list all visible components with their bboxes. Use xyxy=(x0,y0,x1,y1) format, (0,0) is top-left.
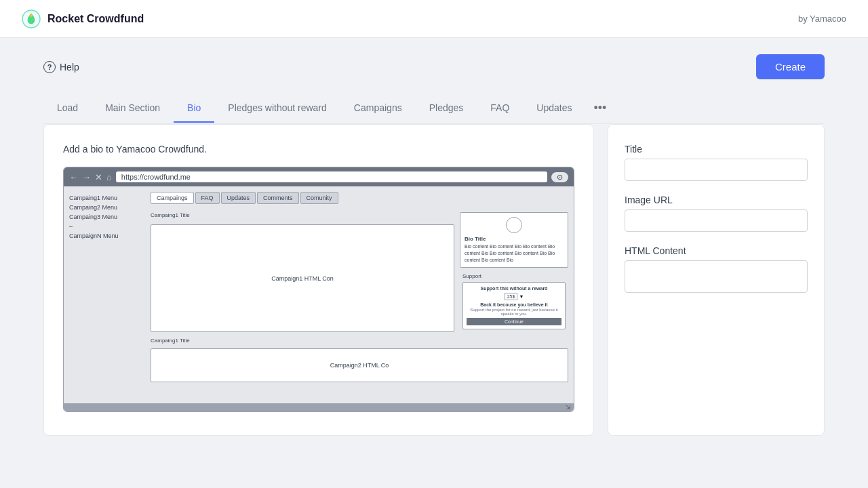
browser-sidebar-item: Campaing2 Menu xyxy=(69,203,140,212)
browser-resize-icon: ⇲ xyxy=(566,404,571,411)
browser-support-header: Support this without a reward xyxy=(467,286,561,291)
form-group-image-url: Image URL xyxy=(625,195,808,232)
browser-back-btn[interactable]: ← xyxy=(69,172,78,182)
brand: Rocket Crowdfund xyxy=(22,9,144,28)
tab-bio[interactable]: Bio xyxy=(174,94,214,123)
browser-support-label: Support xyxy=(462,273,566,279)
browser-content-row-2: Campaing1 Title Campaign2 HTML Co xyxy=(151,338,568,382)
top-nav: Rocket Crowdfund by Yamacoo xyxy=(0,0,868,38)
tab-pledges[interactable]: Pledges xyxy=(416,94,477,123)
browser-forward-btn[interactable]: → xyxy=(82,172,91,182)
right-panel: Title Image URL HTML Content xyxy=(608,124,825,436)
browser-campaign1-title: Campaing1 Title xyxy=(151,212,454,218)
image-url-label: Image URL xyxy=(625,195,808,205)
browser-inner-tab-comunity[interactable]: Comunity xyxy=(300,192,338,204)
browser-campaign2-section: Campaing1 Title Campaign2 HTML Co xyxy=(151,338,568,382)
browser-bar: ← → ✕ ⌂ ⊙ xyxy=(64,167,574,186)
browser-sidebar-item: Campaing3 Menu xyxy=(69,212,140,222)
browser-sidebar-item: CampaignN Menu xyxy=(69,231,140,241)
browser-inner-tab-campaigns[interactable]: Campaings xyxy=(151,192,194,204)
app-title: Rocket Crowdfund xyxy=(47,13,144,25)
svg-point-1 xyxy=(30,14,33,17)
html-content-input[interactable] xyxy=(625,260,808,293)
help-icon: ? xyxy=(43,61,56,73)
form-group-title: Title xyxy=(625,144,808,181)
help-row: ? Help Create xyxy=(43,54,825,79)
browser-bio-title: Bio Title xyxy=(465,236,564,242)
browser-sidebar-item: Campaing1 Menu xyxy=(69,193,140,203)
html-content-label: HTML Content xyxy=(625,245,808,256)
browser-sidebar: Campaing1 Menu Campaing2 Menu Campaing3 … xyxy=(64,186,145,403)
browser-body: Campaing1 Menu Campaing2 Menu Campaing3 … xyxy=(64,186,574,403)
browser-support-select-row: 25$ ▼ xyxy=(467,293,561,300)
panels: Add a bio to Yamacoo Crowdfund. ← → ✕ ⌂ … xyxy=(43,124,825,436)
tab-updates[interactable]: Updates xyxy=(523,94,585,123)
browser-inner-tab-updates[interactable]: Updates xyxy=(221,192,256,204)
tabs-more[interactable]: ••• xyxy=(585,93,614,123)
browser-bio-box: Bio Title Bio content Bio content Bio Bi… xyxy=(460,212,568,268)
browser-campaign2-title: Campaing1 Title xyxy=(151,338,568,344)
browser-left-content: Campaing1 Title Campaign1 HTML Con xyxy=(151,212,454,332)
title-input[interactable] xyxy=(625,159,808,181)
browser-resize-bar: ⇲ xyxy=(64,403,574,411)
by-label: by Yamacoo xyxy=(798,14,846,24)
browser-campaign2-html: Campaign2 HTML Co xyxy=(151,348,568,382)
browser-search-btn[interactable]: ⊙ xyxy=(551,172,568,182)
browser-home-btn[interactable]: ⌂ xyxy=(106,172,112,182)
tabs-bar: Load Main Section Bio Pledges without re… xyxy=(43,93,825,124)
logo-icon xyxy=(22,9,41,28)
help-link[interactable]: ? Help xyxy=(43,61,79,73)
browser-support-dropdown-icon: ▼ xyxy=(519,294,524,299)
left-panel: Add a bio to Yamacoo Crowdfund. ← → ✕ ⌂ … xyxy=(43,124,594,436)
browser-campaign1-html: Campaign1 HTML Con xyxy=(151,224,454,332)
form-group-html-content: HTML Content xyxy=(625,245,808,293)
browser-support-box: Support Support this without a reward 25… xyxy=(460,270,568,332)
tab-main-section[interactable]: Main Section xyxy=(92,94,174,123)
browser-bio-content: Bio content Bio content Bio Bio content … xyxy=(465,243,564,263)
browser-support-inner: Support this without a reward 25$ ▼ Back… xyxy=(462,282,566,329)
tab-faq[interactable]: FAQ xyxy=(477,94,523,123)
browser-inner-tabs: Campaings FAQ Updates Comments Comunity xyxy=(151,192,568,204)
image-url-input[interactable] xyxy=(625,209,808,232)
browser-close-btn[interactable]: ✕ xyxy=(95,172,102,182)
browser-support-continue-btn[interactable]: Continue xyxy=(467,318,561,325)
browser-support-back-desc: Support the project for no reward, just … xyxy=(467,308,561,316)
browser-right-content: Bio Title Bio content Bio content Bio Bi… xyxy=(460,212,568,332)
browser-mockup: ← → ✕ ⌂ ⊙ Campaing1 Menu Campaing2 Menu … xyxy=(63,167,574,412)
browser-content-row-1: Campaing1 Title Campaign1 HTML Con Bio T… xyxy=(151,212,568,332)
browser-support-amount[interactable]: 25$ xyxy=(505,293,518,300)
tab-campaigns[interactable]: Campaigns xyxy=(340,94,416,123)
browser-url-input[interactable] xyxy=(116,171,547,182)
tab-pledges-without-reward[interactable]: Pledges without reward xyxy=(214,94,340,123)
browser-sidebar-item-dash: – xyxy=(69,222,140,231)
left-panel-description: Add a bio to Yamacoo Crowdfund. xyxy=(63,144,574,155)
create-button[interactable]: Create xyxy=(756,54,825,79)
browser-inner-tab-comments[interactable]: Comments xyxy=(257,192,299,204)
main-content: ? Help Create Load Main Section Bio Pled… xyxy=(0,38,868,452)
help-label: Help xyxy=(60,62,79,73)
browser-bio-circle xyxy=(506,217,522,233)
tab-load[interactable]: Load xyxy=(43,94,92,123)
browser-inner-tab-faq[interactable]: FAQ xyxy=(195,192,220,204)
browser-support-back-title: Back it becouse you believe it xyxy=(467,302,561,307)
browser-main: Campaings FAQ Updates Comments Comunity … xyxy=(145,186,574,403)
title-label: Title xyxy=(625,144,808,155)
